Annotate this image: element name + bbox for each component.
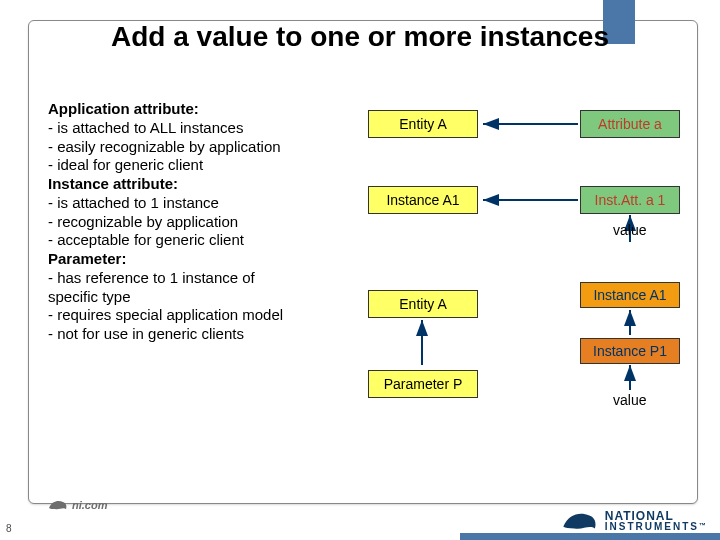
param-header: Parameter: [48,250,343,269]
param-bullet: - not for use in generic clients [48,325,343,344]
ni-logo-text: NATIONAL INSTRUMENTS™ [605,510,708,532]
param-bullet: - requires special application model [48,306,343,325]
app-attr-bullet: - is attached to ALL instances [48,119,343,138]
box-entity-a-2: Entity A [368,290,478,318]
box-instance-p1: Instance P1 [580,338,680,364]
box-parameter-p: Parameter P [368,370,478,398]
app-attr-header: Application attribute: [48,100,343,119]
footer-strip [460,533,720,540]
eagle-icon [561,508,599,534]
trademark-icon: ™ [699,522,708,529]
app-attr-bullet: - easily recognizable by application [48,138,343,157]
inst-attr-header: Instance attribute: [48,175,343,194]
label-value-top: value [613,222,646,238]
param-bullet: - has reference to 1 instance of [48,269,343,288]
inst-attr-bullet: - is attached to 1 instance [48,194,343,213]
ni-logo-line2-text: INSTRUMENTS [605,521,699,532]
box-entity-a-1: Entity A [368,110,478,138]
inst-attr-bullet: - acceptable for generic client [48,231,343,250]
box-inst-att-a1: Inst.Att. a 1 [580,186,680,214]
box-instance-a1-1: Instance A1 [368,186,478,214]
slide: Add a value to one or more instances App… [0,0,720,540]
body-text: Application attribute: - is attached to … [48,100,343,344]
box-instance-a1-2: Instance A1 [580,282,680,308]
param-bullet: specific type [48,288,343,307]
slide-title: Add a value to one or more instances [60,22,660,53]
label-value-bottom: value [613,392,646,408]
ni-logo-line2: INSTRUMENTS™ [605,522,708,532]
ni-logo-big: NATIONAL INSTRUMENTS™ [561,508,708,534]
page-number: 8 [6,523,12,534]
diagram-area: Entity A Attribute a Instance A1 Inst.At… [348,100,700,480]
box-attribute-a: Attribute a [580,110,680,138]
inst-attr-bullet: - recognizable by application [48,213,343,232]
app-attr-bullet: - ideal for generic client [48,156,343,175]
